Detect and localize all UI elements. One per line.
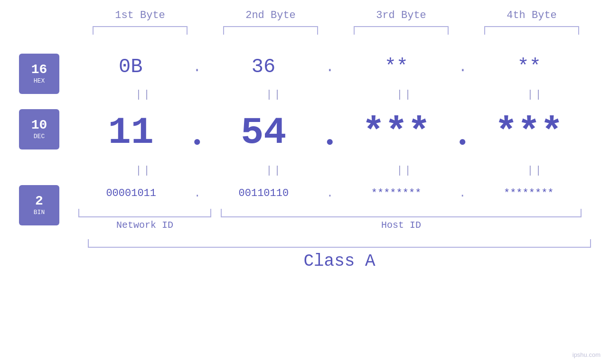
hex-base: HEX [34, 77, 45, 84]
eq2-1: || [87, 165, 201, 177]
full-bottom-bracket [88, 239, 591, 248]
bin-row-wrapper: 2 BIN 00001011 . 00110110 . ******** . *… [0, 180, 610, 206]
hex-cell-4: ** [472, 56, 586, 78]
bin-val-1: 00001011 [106, 187, 156, 199]
dot-dec-3: ● [459, 135, 467, 149]
bin-val-2: 00110110 [239, 187, 289, 199]
network-id-label: Network ID [78, 220, 211, 231]
bin-val-4: ******** [504, 187, 554, 199]
dec-cell-2: 54 [206, 111, 320, 154]
eq2-4: || [479, 165, 592, 177]
bin-label-box: 2 BIN [19, 185, 59, 225]
bracket-byte1 [93, 26, 188, 35]
byte-headers: 1st Byte 2nd Byte 3rd Byte 4th Byte [75, 9, 597, 21]
bottom-brackets [78, 209, 601, 217]
header-byte4: 4th Byte [475, 9, 589, 21]
bin-cell-1: 00001011 [74, 187, 188, 199]
dec-cell-1: 11 [74, 111, 188, 154]
network-bracket [78, 209, 211, 217]
equals-row-1: || || || || [78, 85, 601, 104]
dec-val-3: *** [362, 111, 431, 154]
dec-val-1: 11 [108, 111, 154, 154]
bin-data-row: 00001011 . 00110110 . ******** . *******… [69, 180, 591, 206]
hex-val-3: ** [385, 56, 408, 78]
header-byte1: 1st Byte [83, 9, 197, 21]
hex-data-row: 0B . 36 . ** . ** [69, 49, 591, 85]
hex-cell-2: 36 [206, 56, 320, 78]
bin-cell-3: ******** [339, 187, 453, 199]
bin-val-3: ******** [371, 187, 422, 199]
dec-row-wrapper: 10 DEC 11 ● 54 ● *** ● *** [0, 104, 610, 161]
host-bracket [221, 209, 582, 217]
class-label: Class A [88, 252, 591, 271]
dot-dec-1: ● [193, 135, 201, 149]
main-container: 1st Byte 2nd Byte 3rd Byte 4th Byte 16 H… [0, 0, 610, 364]
bin-cell-4: ******** [472, 187, 586, 199]
dec-cell-3: *** [339, 111, 453, 154]
dot-dec-2: ● [326, 135, 334, 149]
bracket-byte3 [354, 26, 449, 35]
eq1-1: || [87, 89, 201, 101]
hex-cell-3: ** [339, 56, 453, 78]
dot-bin-3: . [459, 187, 466, 200]
host-id-label: Host ID [221, 220, 582, 231]
dec-data-row: 11 ● 54 ● *** ● *** [69, 104, 591, 161]
bin-cell-2: 00110110 [206, 187, 320, 199]
header-byte3: 3rd Byte [344, 9, 458, 21]
id-labels: Network ID Host ID [78, 220, 601, 231]
dec-val-2: 54 [241, 111, 286, 154]
bin-base: BIN [34, 209, 45, 216]
dec-num: 10 [31, 119, 47, 132]
hex-val-2: 36 [252, 56, 275, 78]
eq2-2: || [217, 165, 331, 177]
equals-row-2: || || || || [78, 161, 601, 180]
eq1-2: || [217, 89, 331, 101]
dot-hex-1: . [192, 58, 201, 76]
bin-num: 2 [35, 195, 43, 208]
dot-hex-3: . [458, 58, 467, 76]
bracket-byte2 [223, 26, 318, 35]
dec-base: DEC [34, 133, 45, 140]
header-byte2: 2nd Byte [214, 9, 328, 21]
dot-bin-1: . [194, 187, 201, 200]
eq2-3: || [348, 165, 462, 177]
bracket-byte4 [484, 26, 579, 35]
dot-bin-2: . [327, 187, 333, 200]
eq1-3: || [348, 89, 462, 101]
dot-hex-2: . [325, 58, 334, 76]
hex-val-4: ** [517, 56, 541, 78]
dec-cell-4: *** [472, 111, 586, 154]
hex-cell-1: 0B [74, 56, 188, 78]
hex-row-wrapper: 16 HEX 0B . 36 . ** . ** [0, 49, 610, 85]
top-brackets [75, 26, 597, 35]
hex-num: 16 [31, 63, 47, 76]
hex-label-box: 16 HEX [19, 54, 59, 94]
hex-val-1: 0B [119, 56, 142, 78]
dec-label-box: 10 DEC [19, 109, 59, 149]
dec-val-4: *** [495, 111, 563, 154]
watermark: ipshu.com [572, 351, 601, 358]
eq1-4: || [479, 89, 592, 101]
